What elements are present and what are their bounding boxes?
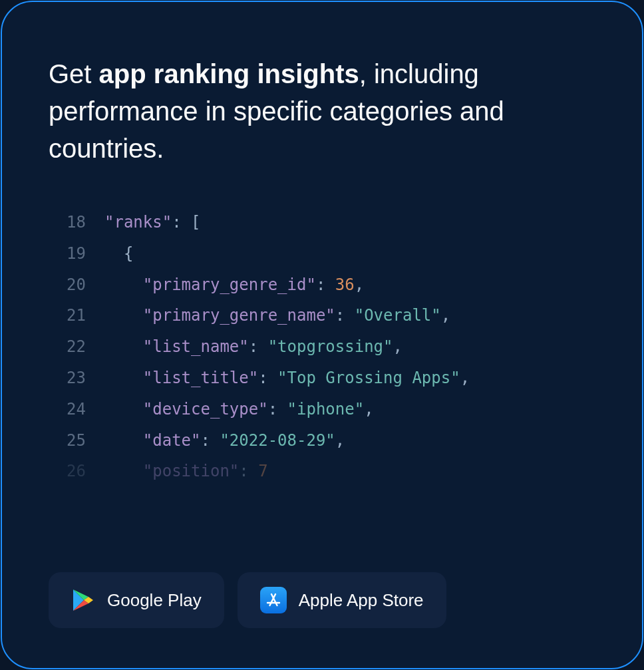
code-line: 26 "position": 7 <box>49 456 595 487</box>
google-play-icon <box>71 588 95 612</box>
store-buttons: Google Play Apple App Store <box>49 572 595 628</box>
apple-app-store-label: Apple App Store <box>299 590 424 611</box>
fade-overlay <box>49 486 595 539</box>
code-line: 23 "list_title": "Top Grossing Apps", <box>49 363 595 394</box>
line-number: 20 <box>49 269 86 301</box>
line-number: 25 <box>49 425 86 456</box>
code-line: 25 "date": "2022-08-29", <box>49 425 595 456</box>
line-number: 26 <box>49 456 86 487</box>
line-number: 22 <box>49 331 86 363</box>
code-line: 19 { <box>49 238 595 269</box>
code-line: 18"ranks": [ <box>49 207 595 238</box>
apple-app-store-icon <box>260 587 287 613</box>
google-play-button[interactable]: Google Play <box>49 572 224 628</box>
line-number: 18 <box>49 207 86 238</box>
apple-app-store-button[interactable]: Apple App Store <box>238 572 446 628</box>
code-content: "ranks": [ <box>104 207 201 238</box>
code-line: 22 "list_name": "topgrossing", <box>49 331 595 363</box>
feature-card: Get app ranking insights, including perf… <box>1 1 643 669</box>
headline-prefix: Get <box>49 59 99 88</box>
code-sample: 18"ranks": [19 {20 "primary_genre_id": 3… <box>49 207 595 539</box>
code-content: "date": "2022-08-29", <box>104 425 345 456</box>
line-number: 23 <box>49 363 86 394</box>
code-content: "position": 7 <box>104 456 268 487</box>
line-number: 21 <box>49 300 86 331</box>
line-number: 19 <box>49 238 86 269</box>
code-line: 21 "primary_genre_name": "Overall", <box>49 300 595 331</box>
code-content: { <box>104 238 133 269</box>
code-content: "list_title": "Top Grossing Apps", <box>104 363 470 394</box>
line-number: 24 <box>49 394 86 425</box>
headline-bold: app ranking insights <box>99 59 359 88</box>
google-play-label: Google Play <box>107 590 202 611</box>
code-line: 24 "device_type": "iphone", <box>49 394 595 425</box>
headline: Get app ranking insights, including perf… <box>49 55 595 167</box>
code-content: "list_name": "topgrossing", <box>104 331 402 363</box>
code-line: 20 "primary_genre_id": 36, <box>49 269 595 301</box>
code-content: "primary_genre_id": 36, <box>104 269 364 301</box>
code-content: "device_type": "iphone", <box>104 394 374 425</box>
code-content: "primary_genre_name": "Overall", <box>104 300 450 331</box>
